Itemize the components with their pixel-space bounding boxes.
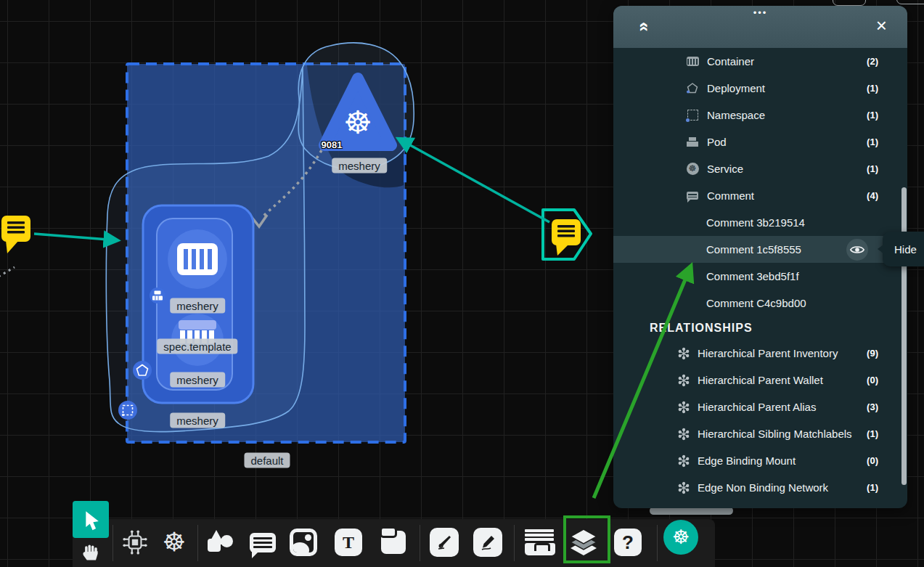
card-icon <box>381 531 406 554</box>
relationship-icon <box>677 454 690 468</box>
eye-icon <box>849 242 865 258</box>
namespace-name-label: default <box>244 453 290 468</box>
component-row-deployment[interactable]: Deployment (1) <box>613 75 907 102</box>
relationship-row[interactable]: Edge Non Binding Network (1) <box>613 474 907 501</box>
meshery-logo-icon: ☸ <box>672 526 690 549</box>
relationship-icon <box>677 401 690 414</box>
image-tool-button[interactable] <box>289 528 318 557</box>
top-edge-button-ghost <box>896 0 924 4</box>
text-tool-button[interactable]: T <box>334 528 363 557</box>
count-badge: (0) <box>867 375 878 386</box>
count-badge: (3) <box>867 401 878 412</box>
pod-icon <box>686 136 699 149</box>
close-panel-icon[interactable]: × <box>876 16 887 35</box>
help-tool-button[interactable]: ? <box>613 528 642 557</box>
comment-item-highlighted[interactable]: Comment 1c5f8555 <box>613 236 907 263</box>
count-badge: (1) <box>867 136 878 147</box>
image-icon <box>290 529 317 556</box>
help-icon: ? <box>614 529 642 556</box>
pen-tool-button[interactable] <box>430 528 459 557</box>
pod-name-label: meshery <box>170 372 225 388</box>
comment-node-left[interactable] <box>1 216 30 253</box>
top-edge-button-ghost <box>833 0 866 6</box>
relationship-icon <box>677 374 690 387</box>
component-row-namespace[interactable]: Namespace (1) <box>613 102 907 129</box>
relationships-section-title: RELATIONSHIPS <box>613 317 907 340</box>
relationship-row[interactable]: Hierarchical Parent Wallet (0) <box>613 367 907 393</box>
pan-tool-button[interactable] <box>74 539 107 566</box>
relationship-row[interactable]: Hierarchical Parent Alias (3) <box>613 393 907 420</box>
component-tool-button[interactable] <box>120 528 150 557</box>
count-badge: (9) <box>867 348 878 359</box>
elements-panel: ••• « × Container (2) Deployment (1) Nam… <box>613 6 907 508</box>
relationship-icon <box>677 347 690 360</box>
kubernetes-tool-button[interactable]: ☸ <box>160 528 189 557</box>
card-tool-button[interactable] <box>379 528 408 557</box>
comment-node-right[interactable] <box>552 219 581 256</box>
deployment-icon <box>686 82 699 95</box>
pencil-tool-button[interactable] <box>473 528 502 557</box>
service-icon: ☸ <box>686 163 699 176</box>
drawer-tool-button[interactable] <box>525 528 554 557</box>
component-row-container[interactable]: Container (2) <box>613 48 907 75</box>
toolbar-divider <box>113 525 113 561</box>
count-badge: (1) <box>867 163 878 174</box>
comment-tool-button[interactable] <box>248 528 277 557</box>
select-tool-button[interactable] <box>73 501 109 538</box>
hide-tooltip: Hide <box>883 232 924 266</box>
pod-badge-icon <box>150 287 165 303</box>
deployment-name-label: meshery <box>170 413 225 428</box>
drag-handle-icon[interactable]: ••• <box>753 7 768 18</box>
pen-icon <box>430 528 459 557</box>
service-name-label: meshery <box>332 158 387 174</box>
count-badge: (1) <box>867 83 878 94</box>
hide-visibility-button[interactable] <box>846 239 868 261</box>
namespace-badge-icon <box>118 401 137 420</box>
toolbar-divider <box>514 525 515 561</box>
comment-item[interactable]: Comment 3b219514 <box>613 209 907 236</box>
deployment-badge-icon <box>133 361 152 380</box>
chip-icon <box>121 529 149 556</box>
meshery-logo-button[interactable]: ☸ <box>663 520 698 555</box>
collapse-panel-icon[interactable]: « <box>635 17 654 36</box>
relationship-row[interactable]: Hierarchical Sibling Matchlabels (1) <box>613 420 907 447</box>
relationship-row[interactable]: Edge Binding Mount (0) <box>613 447 907 474</box>
service-port-label: 9081 <box>322 139 343 150</box>
count-badge: (1) <box>867 110 878 121</box>
comment-item[interactable]: Comment 3ebd5f1f <box>613 263 907 290</box>
edge-stub <box>0 267 15 277</box>
kubernetes-wheel-icon: ☸ <box>343 105 372 140</box>
count-badge: (1) <box>867 482 878 493</box>
toolbar-divider <box>197 525 198 561</box>
layers-tool-highlight <box>563 515 610 563</box>
spec-template-label: spec.template <box>157 339 237 354</box>
shapes-icon <box>206 529 234 556</box>
meshery-kanvas-screen: { "panel": { "header": { "more_icon": "•… <box>0 0 924 567</box>
count-badge: (4) <box>867 190 878 201</box>
count-badge: (0) <box>867 455 878 466</box>
edge-comment-right-to-service[interactable] <box>398 139 549 222</box>
hand-icon <box>81 542 101 563</box>
component-row-service[interactable]: ☸ Service (1) <box>613 155 907 182</box>
toolbar-divider <box>420 525 420 561</box>
cursor-icon <box>80 509 102 531</box>
panel-header[interactable]: ••• « × <box>613 6 907 48</box>
relationship-row[interactable]: Hierarchical Parent Inventory (9) <box>613 340 907 367</box>
component-row-pod[interactable]: Pod (1) <box>613 129 907 155</box>
pencil-icon <box>473 528 502 557</box>
component-row-comment[interactable]: Comment (4) <box>613 182 907 209</box>
shapes-tool-button[interactable] <box>205 528 234 557</box>
comment-item[interactable]: Comment C4c9bd00 <box>613 290 907 317</box>
edge-comment-left[interactable] <box>34 234 118 240</box>
comment-icon <box>686 189 699 203</box>
comment-icon <box>250 533 276 552</box>
container-icon <box>177 243 218 275</box>
bottom-toolbar: ☸ T ? ☸ <box>73 519 715 567</box>
container-icon <box>686 55 699 68</box>
text-icon: T <box>335 529 362 556</box>
drawer-icon <box>525 529 554 555</box>
count-badge: (2) <box>867 56 878 67</box>
relationship-icon <box>677 428 690 441</box>
namespace-icon <box>686 109 699 122</box>
kubernetes-icon: ☸ <box>163 527 186 558</box>
